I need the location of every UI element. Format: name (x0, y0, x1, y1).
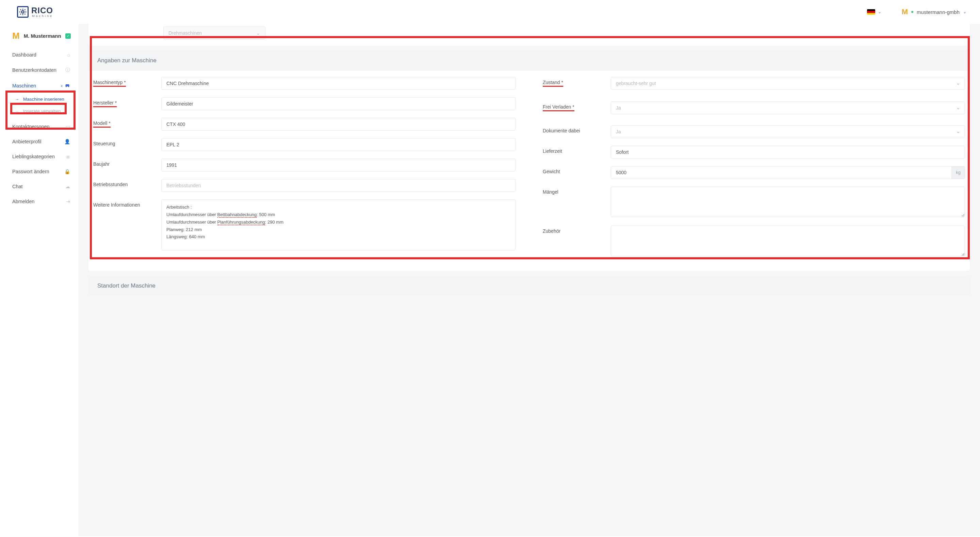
contact-card-icon: ▭ (66, 124, 70, 129)
mcdonalds-icon: M (12, 30, 20, 41)
field-more-info: Weitere Informationen Arbeitstisch : Uml… (93, 199, 515, 250)
logo-gear-icon (17, 6, 29, 18)
section-header-location: Standort der Maschine (89, 276, 970, 296)
nav-dashboard[interactable]: Dashboard ⌂ (0, 47, 78, 62)
field-label: Maschinentyp * (93, 80, 126, 87)
form-left-column: Maschinentyp * Hersteller * Modell * (93, 77, 515, 265)
list-icon: ≣ (66, 154, 70, 159)
input-control-unit[interactable] (161, 138, 515, 151)
select-documents[interactable]: Ja (611, 125, 965, 138)
nav-label: Kontaktpersonen (12, 124, 50, 129)
section-title: Angaben zur Maschine (97, 57, 156, 64)
category-select-disabled: Drehmaschinen ⌄ (163, 27, 266, 40)
org-name: mustermann-gmbh (917, 9, 959, 15)
field-label: Weitere Informationen (93, 202, 140, 207)
field-label: Steuerung (93, 141, 115, 146)
input-weight[interactable] (611, 166, 952, 179)
subnav-label: Inserate verwalten (23, 108, 60, 114)
field-condition: Zustand * gebraucht-sehr gut (543, 77, 965, 90)
chat-icon: ☁ (65, 184, 70, 189)
field-control-unit: Steuerung (93, 138, 515, 151)
select-condition[interactable]: gebraucht-sehr gut (611, 77, 965, 90)
field-weight: Gewicht kg (543, 166, 965, 179)
user-name: M. Mustermann (24, 33, 61, 39)
home-icon: ⌂ (67, 52, 70, 57)
svg-point-0 (21, 11, 24, 13)
machine-location-card: Standort der Maschine (89, 276, 970, 296)
input-machine-type[interactable] (161, 77, 515, 90)
field-label: Baujahr (93, 161, 110, 167)
field-label: Modell * (93, 121, 111, 127)
textarea-more-info[interactable]: Arbeitstisch : Umlaufdurchmesser über Be… (161, 199, 515, 250)
nav-account-data[interactable]: Benutzerkontodaten ⓘ (0, 62, 78, 78)
field-delivery-time: Lieferzeit (543, 146, 965, 159)
nav-label: Maschinen (12, 83, 36, 88)
select-free-loading[interactable]: Ja (611, 101, 965, 114)
field-defects: Mängel (543, 186, 965, 218)
field-label: Dokumente dabei (543, 128, 580, 134)
nav-label: Passwort ändern (12, 169, 49, 174)
svg-point-1 (66, 86, 67, 87)
nav-label: Abmelden (12, 199, 34, 204)
field-model: Modell * (93, 118, 515, 131)
app-header: RICO Machine ⌄ M mustermann-gmbh ⌄ (0, 0, 980, 24)
input-manufacturer[interactable] (161, 97, 515, 110)
machine-details-card: Angaben zur Maschine Maschinentyp * Hers… (89, 50, 970, 271)
subnav-label: Maschine inserieren (23, 97, 64, 102)
arrow-right-icon: → (15, 109, 19, 114)
svg-point-2 (68, 86, 69, 87)
textarea-defects[interactable] (611, 186, 965, 217)
field-label: Gewicht (543, 169, 560, 174)
chevron-down-icon: ⌄ (878, 10, 881, 14)
nav-machines[interactable]: Maschinen ‹ (0, 78, 78, 93)
subnav-insert-machine[interactable]: → Maschine inserieren (0, 93, 78, 105)
input-year[interactable] (161, 159, 515, 172)
field-documents: Dokumente dabei Ja (543, 125, 965, 138)
car-icon (65, 83, 70, 88)
input-model[interactable] (161, 118, 515, 131)
nav-vendor-profile[interactable]: Anbieterprofil 👤 (0, 134, 78, 149)
nav-logout[interactable]: Abmelden ⇥ (0, 194, 78, 209)
user-block[interactable]: M M. Mustermann ✓ (0, 27, 78, 47)
subnav-manage-listings[interactable]: → Inserate verwalten (0, 105, 78, 117)
arrow-right-icon: → (15, 97, 19, 102)
field-label: Betriebsstunden (93, 182, 127, 187)
select-value: Drehmaschinen (169, 30, 202, 36)
nav-label: Lieblingskategorien (12, 154, 55, 159)
org-selector[interactable]: M mustermann-gmbh ⌄ (902, 8, 966, 16)
language-selector[interactable]: ⌄ (867, 9, 881, 14)
field-label: Zubehör (543, 228, 560, 234)
lock-icon: 🔒 (64, 169, 70, 174)
field-label: Hersteller * (93, 100, 117, 107)
textarea-accessories[interactable] (611, 226, 965, 256)
sidebar-nav: Dashboard ⌂ Benutzerkontodaten ⓘ Maschin… (0, 47, 78, 209)
field-machine-type: Maschinentyp * (93, 77, 515, 90)
nav-label: Chat (12, 184, 23, 189)
logo-main-text: RICO (31, 6, 53, 14)
field-free-loading: Frei Verladen * Ja (543, 101, 965, 114)
user-icon: 👤 (64, 139, 70, 144)
flag-de-icon (867, 9, 875, 14)
info-icon: ⓘ (65, 67, 70, 73)
chevron-left-icon: ‹ (61, 83, 63, 88)
input-delivery-time[interactable] (611, 146, 965, 159)
field-label: Mängel (543, 189, 558, 194)
nav-label: Dashboard (12, 52, 37, 57)
chevron-down-icon: ⌄ (256, 30, 260, 36)
logout-icon: ⇥ (66, 199, 70, 204)
nav-change-password[interactable]: Passwort ändern 🔒 (0, 164, 78, 179)
field-accessories: Zubehör (543, 226, 965, 257)
logo[interactable]: RICO Machine (17, 6, 53, 18)
nav-chat[interactable]: Chat ☁ (0, 179, 78, 194)
chevron-down-icon: ⌄ (963, 10, 966, 14)
field-label: Frei Verladen * (543, 104, 574, 111)
nav-label: Anbieterprofil (12, 139, 41, 144)
nav-contacts[interactable]: Kontaktpersonen ▭ (0, 119, 78, 134)
sidebar: M M. Mustermann ✓ Dashboard ⌂ Benutzerko… (0, 24, 78, 536)
mcdonalds-icon: M (902, 8, 908, 16)
input-hours[interactable] (161, 179, 515, 192)
field-manufacturer: Hersteller * (93, 97, 515, 110)
form-right-column: Zustand * gebraucht-sehr gut Frei Verlad… (543, 77, 965, 265)
nav-fav-categories[interactable]: Lieblingskategorien ≣ (0, 149, 78, 164)
field-hours: Betriebsstunden (93, 179, 515, 192)
